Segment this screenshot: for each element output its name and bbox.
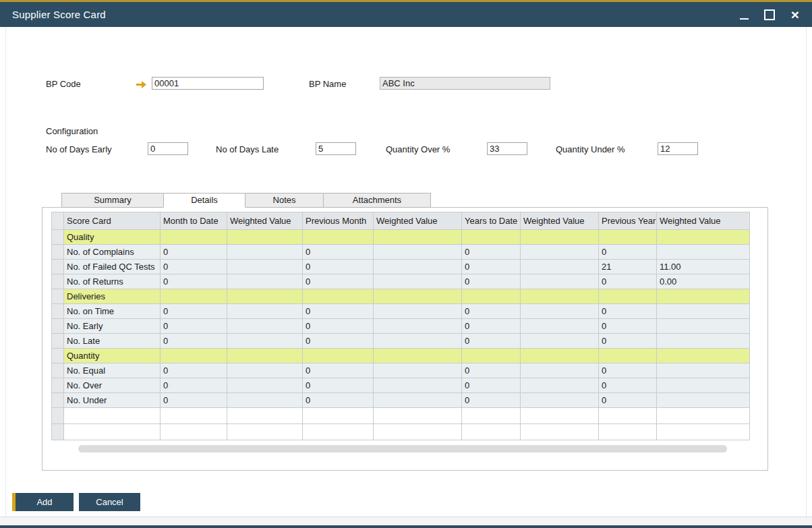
column-header[interactable]: Score Card xyxy=(64,212,161,230)
table-cell[interactable]: 0 xyxy=(599,393,657,408)
table-cell[interactable] xyxy=(227,334,303,349)
table-cell[interactable] xyxy=(521,260,599,274)
table-cell[interactable] xyxy=(462,289,521,304)
table-cell[interactable]: 0 xyxy=(161,260,227,274)
table-cell[interactable]: 0 xyxy=(599,319,657,334)
link-arrow-icon[interactable] xyxy=(136,80,146,88)
table-cell[interactable]: 0 xyxy=(161,274,227,289)
config-input-1[interactable] xyxy=(316,142,356,155)
table-cell[interactable]: 0 xyxy=(599,304,657,319)
close-button[interactable]: × xyxy=(789,7,801,23)
table-cell[interactable]: No. on Time xyxy=(64,304,161,319)
table-cell[interactable]: No. Early xyxy=(64,319,161,334)
table-cell[interactable]: No. Equal xyxy=(64,363,161,378)
table-cell[interactable] xyxy=(374,424,462,440)
table-cell[interactable]: 0 xyxy=(161,393,227,408)
table-cell[interactable]: 0 xyxy=(303,274,374,289)
table-cell[interactable] xyxy=(161,230,227,245)
table-cell[interactable]: 0 xyxy=(161,304,227,319)
table-cell[interactable]: No. of Failed QC Tests xyxy=(64,260,161,274)
table-cell[interactable] xyxy=(374,393,462,408)
table-cell[interactable] xyxy=(374,408,462,424)
horizontal-scrollbar[interactable] xyxy=(78,445,727,452)
table-cell[interactable] xyxy=(374,230,462,245)
table-cell[interactable]: 0 xyxy=(303,334,374,349)
table-cell[interactable]: 0 xyxy=(303,245,374,260)
table-cell[interactable] xyxy=(657,319,750,334)
table-cell[interactable] xyxy=(303,289,374,304)
table-cell[interactable] xyxy=(657,363,750,378)
row-selector-cell[interactable] xyxy=(52,289,64,304)
table-cell[interactable] xyxy=(161,289,227,304)
table-cell[interactable] xyxy=(521,334,599,349)
table-cell[interactable]: 0 xyxy=(462,245,521,260)
table-cell[interactable] xyxy=(227,393,303,408)
config-input-0[interactable] xyxy=(148,142,188,155)
table-cell[interactable] xyxy=(374,304,462,319)
table-cell[interactable] xyxy=(64,424,161,440)
table-cell[interactable] xyxy=(374,349,462,363)
table-cell[interactable]: 0 xyxy=(599,245,657,260)
table-cell[interactable] xyxy=(521,230,599,245)
row-selector-cell[interactable] xyxy=(52,363,64,378)
table-cell[interactable] xyxy=(657,349,750,363)
row-selector-cell[interactable] xyxy=(52,408,64,424)
table-cell[interactable]: 0 xyxy=(462,260,521,274)
table-cell[interactable]: No. of Complains xyxy=(64,245,161,260)
table-cell[interactable] xyxy=(521,378,599,393)
tab-attachments[interactable]: Attachments xyxy=(323,193,431,208)
table-cell[interactable] xyxy=(227,289,303,304)
table-cell[interactable]: 0 xyxy=(161,378,227,393)
table-cell[interactable]: 0 xyxy=(303,319,374,334)
row-selector-cell[interactable] xyxy=(52,334,64,349)
table-cell[interactable]: No. Over xyxy=(64,378,161,393)
table-cell[interactable] xyxy=(374,334,462,349)
table-cell[interactable] xyxy=(657,393,750,408)
table-cell[interactable] xyxy=(374,245,462,260)
table-cell[interactable] xyxy=(303,424,374,440)
table-cell[interactable] xyxy=(657,378,750,393)
table-cell[interactable] xyxy=(64,408,161,424)
table-cell[interactable]: 0.00 xyxy=(657,274,750,289)
table-cell[interactable] xyxy=(521,245,599,260)
row-selector-cell[interactable] xyxy=(52,319,64,334)
config-input-3[interactable] xyxy=(658,142,698,155)
table-cell[interactable]: 0 xyxy=(161,363,227,378)
table-cell[interactable]: 0 xyxy=(599,334,657,349)
table-cell[interactable] xyxy=(521,349,599,363)
table-cell[interactable] xyxy=(599,424,657,440)
table-cell[interactable]: 0 xyxy=(303,378,374,393)
table-cell[interactable] xyxy=(657,334,750,349)
row-selector-cell[interactable] xyxy=(52,230,64,245)
table-cell[interactable] xyxy=(374,260,462,274)
table-cell[interactable]: Deliveries xyxy=(64,289,161,304)
table-cell[interactable] xyxy=(521,408,599,424)
table-cell[interactable] xyxy=(521,304,599,319)
row-selector-cell[interactable] xyxy=(52,304,64,319)
table-cell[interactable]: 0 xyxy=(303,304,374,319)
tab-notes[interactable]: Notes xyxy=(245,193,324,208)
table-cell[interactable] xyxy=(227,304,303,319)
maximize-button[interactable] xyxy=(763,7,776,23)
cancel-button[interactable]: Cancel xyxy=(79,493,140,511)
column-header[interactable]: Weighted Value xyxy=(374,212,462,230)
table-cell[interactable]: 0 xyxy=(161,245,227,260)
table-cell[interactable]: Quantity xyxy=(64,349,161,363)
table-cell[interactable] xyxy=(374,274,462,289)
table-cell[interactable] xyxy=(227,424,303,440)
table-cell[interactable] xyxy=(599,289,657,304)
table-cell[interactable] xyxy=(657,289,750,304)
table-cell[interactable] xyxy=(657,245,750,260)
table-cell[interactable] xyxy=(521,363,599,378)
table-cell[interactable] xyxy=(462,408,521,424)
table-cell[interactable] xyxy=(657,424,750,440)
table-cell[interactable] xyxy=(227,230,303,245)
column-header[interactable]: Weighted Value xyxy=(227,212,303,230)
row-selector-cell[interactable] xyxy=(52,378,64,393)
table-cell[interactable]: 0 xyxy=(462,319,521,334)
table-cell[interactable] xyxy=(599,230,657,245)
table-cell[interactable] xyxy=(227,245,303,260)
table-cell[interactable] xyxy=(657,230,750,245)
column-header[interactable]: Month to Date xyxy=(161,212,227,230)
column-header[interactable]: Years to Date xyxy=(462,212,521,230)
